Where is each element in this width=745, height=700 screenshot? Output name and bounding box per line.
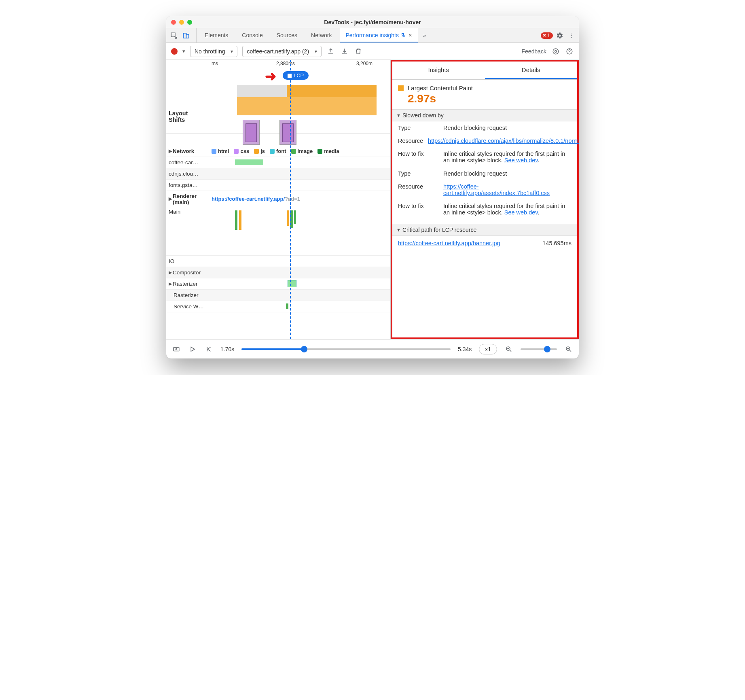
slowed-down-header[interactable]: ▼ Slowed down by [392, 109, 577, 121]
rasterizer-row[interactable]: Rasterizer [166, 290, 390, 301]
tab-label: Performance insights [345, 32, 399, 38]
network-row[interactable]: coffee-car… [166, 157, 390, 168]
compositor-row[interactable]: ▶Compositor [166, 267, 390, 278]
annotation-arrow-icon: ➜ [265, 68, 276, 84]
timeline-pane[interactable]: ms 2,880ms 3,200m ➜ LCP Layout Shifts ▶ [166, 60, 391, 339]
lcp-value: 2.97s [408, 92, 571, 105]
error-count: 1 [547, 33, 550, 38]
screenshot-toggle-icon[interactable] [172, 345, 181, 354]
gear-icon[interactable] [551, 47, 560, 56]
tab-elements[interactable]: Elements [199, 28, 234, 42]
ruler-unit: ms [212, 61, 218, 66]
speed-chip[interactable]: x1 [479, 344, 497, 354]
layout-shift-thumbnail[interactable] [243, 120, 260, 145]
io-row[interactable]: IO [166, 256, 390, 267]
lcp-color-icon [398, 85, 404, 91]
recording-value: coffee-cart.netlify.app (2) [247, 48, 309, 55]
feedback-link[interactable]: Feedback [522, 48, 546, 55]
kv-label: Resource [398, 138, 423, 144]
kv-label: Type [398, 170, 438, 177]
titlebar: DevTools - jec.fyi/demo/menu-hover [166, 16, 579, 28]
lcp-marker[interactable]: LCP [283, 71, 309, 80]
svg-point-3 [555, 50, 557, 52]
record-button[interactable] [171, 48, 178, 55]
network-track-header[interactable]: ▶ Network html css js font image media [166, 146, 390, 157]
kv-value: Render blocking request [443, 125, 571, 131]
inspect-icon[interactable] [169, 31, 178, 40]
resource-legend: html css js font image media [212, 148, 339, 154]
resource-link[interactable]: https://cdnjs.cloudflare.com/ajax/libs/n… [428, 138, 579, 144]
tab-sources[interactable]: Sources [271, 28, 303, 42]
lcp-summary: Largest Contentful Paint 2.97s [392, 80, 577, 109]
layout-shifts-label: Layout Shifts [169, 110, 188, 123]
critical-resource-link[interactable]: https://coffee-cart.netlify.app/banner.j… [398, 240, 500, 246]
recording-dropdown[interactable]: coffee-cart.netlify.app (2) [242, 46, 322, 57]
resource-link[interactable]: https://coffee-cart.netlify.app/assets/i… [443, 183, 550, 196]
svg-rect-1 [183, 33, 187, 38]
network-row[interactable]: cdnjs.clou… [166, 168, 390, 180]
kv-label: Resource [398, 183, 438, 196]
svg-point-4 [553, 49, 559, 54]
insights-toolbar: ▾ No throttling coffee-cart.netlify.app … [166, 43, 579, 60]
tab-details[interactable]: Details [485, 62, 578, 79]
minimize-window-button[interactable] [179, 20, 184, 25]
slowed-down-label: Slowed down by [402, 112, 444, 119]
layout-shift-thumbnail[interactable] [279, 120, 296, 145]
help-icon[interactable] [565, 47, 574, 56]
throttling-value: No throttling [195, 48, 225, 55]
webdev-link[interactable]: See web.dev [504, 209, 538, 216]
delete-icon[interactable] [354, 47, 363, 56]
svg-rect-2 [186, 34, 189, 38]
webdev-link[interactable]: See web.dev [504, 157, 538, 163]
svg-rect-6 [174, 347, 179, 351]
device-toggle-icon[interactable] [182, 31, 190, 40]
devtools-window: DevTools - jec.fyi/demo/menu-hover Eleme… [166, 16, 579, 358]
play-icon[interactable] [188, 345, 197, 354]
kv-label: How to fix [398, 151, 438, 163]
critical-path-header[interactable]: ▼ Critical path for LCP resource [392, 224, 577, 236]
lcp-title: Largest Contentful Paint [408, 85, 473, 91]
rewind-icon[interactable] [204, 345, 213, 354]
kv-label: Type [398, 125, 438, 131]
svg-point-7 [176, 348, 177, 350]
fix-text: Inline critical styles required for the … [443, 203, 571, 216]
flame-overview[interactable]: Layout Shifts [166, 85, 390, 134]
kebab-menu-icon[interactable]: ⋮ [567, 31, 576, 40]
tab-insights[interactable]: Insights [392, 62, 485, 79]
service-worker-row[interactable]: Service W… [166, 301, 390, 312]
export-icon[interactable] [326, 47, 335, 56]
maximize-window-button[interactable] [187, 20, 192, 25]
record-menu-icon[interactable]: ▾ [182, 48, 185, 54]
tab-performance-insights[interactable]: Performance insights ⚗ × [340, 28, 417, 42]
traffic-lights [171, 20, 192, 25]
error-badge[interactable]: 1 [541, 32, 553, 39]
zoom-slider[interactable] [521, 348, 557, 350]
lcp-marker-icon [288, 74, 292, 78]
time-slider[interactable] [241, 348, 451, 350]
tab-network[interactable]: Network [305, 28, 337, 42]
renderer-track-header[interactable]: ▶ Renderer (main) https://coffee-cart.ne… [166, 191, 390, 207]
ruler-tick: 2,880ms [276, 61, 295, 66]
chevron-down-icon: ▼ [396, 227, 401, 232]
settings-icon[interactable] [555, 31, 564, 40]
close-tab-icon[interactable]: × [408, 32, 412, 38]
main-split: ms 2,880ms 3,200m ➜ LCP Layout Shifts ▶ [166, 60, 579, 339]
critical-path-label: Critical path for LCP resource [402, 227, 476, 233]
playback-bar: 1.70s 5.34s x1 [166, 339, 579, 358]
zoom-out-icon[interactable] [504, 345, 513, 354]
renderer-url[interactable]: https://coffee-cart.netlify.app/?ad=1 [212, 196, 300, 202]
close-window-button[interactable] [171, 20, 176, 25]
renderer-label: Renderer (main) [173, 193, 212, 205]
panel-tabbar: Elements Console Sources Network Perform… [166, 28, 579, 43]
rasterizer-row[interactable]: ▶Rasterizer [166, 278, 390, 290]
tab-console[interactable]: Console [236, 28, 268, 42]
main-thread-row[interactable]: Main [166, 207, 390, 256]
network-row[interactable]: fonts.gsta… [166, 180, 390, 191]
flask-icon: ⚗ [400, 32, 405, 38]
import-icon[interactable] [340, 47, 349, 56]
current-time-line [290, 60, 291, 339]
zoom-in-icon[interactable] [564, 345, 573, 354]
critical-time: 145.695ms [542, 240, 571, 246]
throttling-dropdown[interactable]: No throttling [190, 46, 237, 57]
more-tabs-icon[interactable]: » [420, 31, 429, 40]
